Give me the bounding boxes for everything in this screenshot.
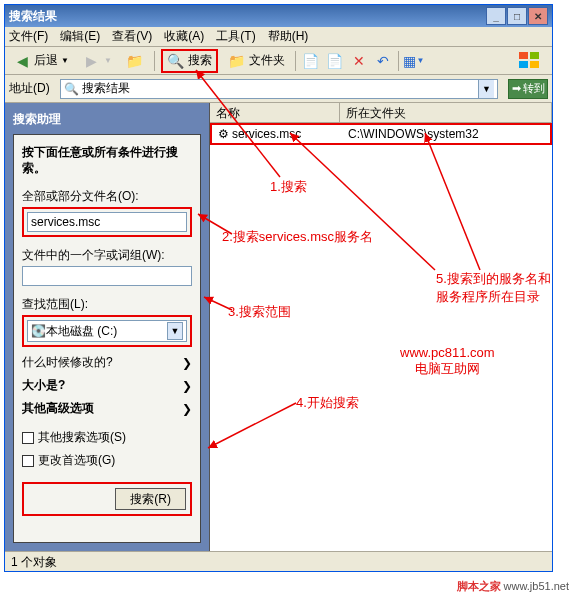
chevron-icon: ❯ [182, 402, 192, 416]
chevron-icon: ❯ [182, 356, 192, 370]
scope-select[interactable]: 💽 本地磁盘 (C:) ▼ [27, 320, 187, 342]
svg-rect-3 [530, 61, 539, 68]
other-options-row[interactable]: 其他搜索选项(S) [22, 426, 192, 449]
results-pane: 名称 所在文件夹 ⚙services.msc C:\WINDOWS\system… [210, 103, 552, 551]
menu-file[interactable]: 文件(F) [9, 28, 48, 45]
size-row[interactable]: 大小是?❯ [22, 374, 192, 397]
chevron-icon: ❯ [182, 379, 192, 393]
checkbox-icon [22, 432, 34, 444]
folder-up-icon: 📁 [126, 52, 144, 70]
status-bar: 1 个对象 [5, 551, 552, 571]
move-icon[interactable]: 📄 [302, 52, 320, 70]
maximize-button[interactable]: □ [507, 7, 527, 25]
menu-view[interactable]: 查看(V) [112, 28, 152, 45]
address-label: 地址(D) [9, 80, 50, 97]
result-row[interactable]: ⚙services.msc C:\WINDOWS\system32 [210, 123, 552, 145]
search-icon: 🔍 [167, 52, 185, 70]
search-results-window: 搜索结果 _ □ ✕ 文件(F) 编辑(E) 查看(V) 收藏(A) 工具(T)… [4, 4, 553, 572]
svg-rect-0 [519, 52, 528, 59]
search-button[interactable]: 搜索(R) [115, 488, 186, 510]
chevron-down-icon[interactable]: ▼ [167, 322, 183, 340]
views-icon[interactable]: ▦▼ [405, 52, 423, 70]
address-dropdown[interactable]: ▼ [478, 80, 494, 98]
search-heading: 按下面任意或所有条件进行搜索。 [22, 145, 192, 176]
menu-edit[interactable]: 编辑(E) [60, 28, 100, 45]
svg-rect-1 [530, 52, 539, 59]
sidebar-title: 搜索助理 [13, 111, 201, 128]
phrase-input[interactable] [22, 266, 192, 286]
back-icon: ◀ [13, 52, 31, 70]
site-watermark-1: www.pc811.com电脑互助网 [400, 345, 495, 378]
window-title: 搜索结果 [9, 8, 486, 25]
forward-button[interactable]: ▶ ▼ [79, 50, 116, 72]
folders-icon: 📁 [228, 52, 246, 70]
when-modified-row[interactable]: 什么时候修改的?❯ [22, 351, 192, 374]
minimize-button[interactable]: _ [486, 7, 506, 25]
advanced-row[interactable]: 其他高级选项❯ [22, 397, 192, 420]
column-name[interactable]: 名称 [210, 103, 340, 122]
menu-favorites[interactable]: 收藏(A) [164, 28, 204, 45]
go-button[interactable]: ➡转到 [508, 79, 548, 99]
scope-label: 查找范围(L): [22, 296, 192, 313]
search-sidebar: 搜索助理 按下面任意或所有条件进行搜索。 全部或部分文件名(O): 文件中的一个… [5, 103, 210, 551]
folders-button[interactable]: 📁 文件夹 [224, 50, 289, 72]
delete-icon[interactable]: ✕ [350, 52, 368, 70]
gear-icon: ⚙ [218, 127, 229, 141]
filename-label: 全部或部分文件名(O): [22, 188, 192, 205]
column-folder[interactable]: 所在文件夹 [340, 103, 552, 122]
toolbar-navigation: ◀ 后退 ▼ ▶ ▼ 📁 🔍 搜索 📁 文件夹 📄 📄 ✕ ↶ ▦▼ [5, 47, 552, 75]
svg-rect-2 [519, 61, 528, 68]
search-results-icon: 🔍 [64, 82, 79, 96]
search-toolbar-button[interactable]: 🔍 搜索 [161, 49, 218, 73]
chevron-down-icon: ▼ [61, 56, 69, 65]
copy-icon[interactable]: 📄 [326, 52, 344, 70]
forward-icon: ▶ [83, 52, 101, 70]
address-input[interactable]: 🔍 搜索结果 ▼ [60, 79, 498, 99]
menubar: 文件(F) 编辑(E) 查看(V) 收藏(A) 工具(T) 帮助(H) [5, 27, 552, 47]
chevron-down-icon: ▼ [104, 56, 112, 65]
phrase-label: 文件中的一个字或词组(W): [22, 247, 192, 264]
titlebar[interactable]: 搜索结果 _ □ ✕ [5, 5, 552, 27]
windows-flag-icon [510, 47, 548, 75]
menu-tools[interactable]: 工具(T) [216, 28, 255, 45]
footer-watermark: 脚本之家 www.jb51.net [457, 579, 570, 594]
close-button[interactable]: ✕ [528, 7, 548, 25]
change-prefs-row[interactable]: 更改首选项(G) [22, 449, 192, 472]
up-button[interactable]: 📁 [122, 50, 148, 72]
menu-help[interactable]: 帮助(H) [268, 28, 309, 45]
back-button[interactable]: ◀ 后退 ▼ [9, 50, 73, 72]
undo-icon[interactable]: ↶ [374, 52, 392, 70]
address-bar: 地址(D) 🔍 搜索结果 ▼ ➡转到 [5, 75, 552, 103]
filename-input[interactable] [27, 212, 187, 232]
checkbox-icon [22, 455, 34, 467]
disk-icon: 💽 [31, 324, 46, 338]
